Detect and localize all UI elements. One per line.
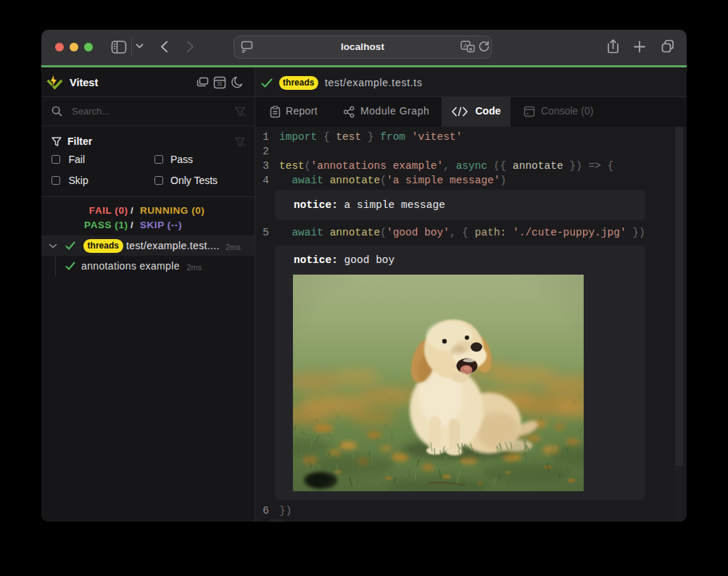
svg-text:★: ★ [468,46,473,51]
svg-text:31: 31 [217,81,223,86]
